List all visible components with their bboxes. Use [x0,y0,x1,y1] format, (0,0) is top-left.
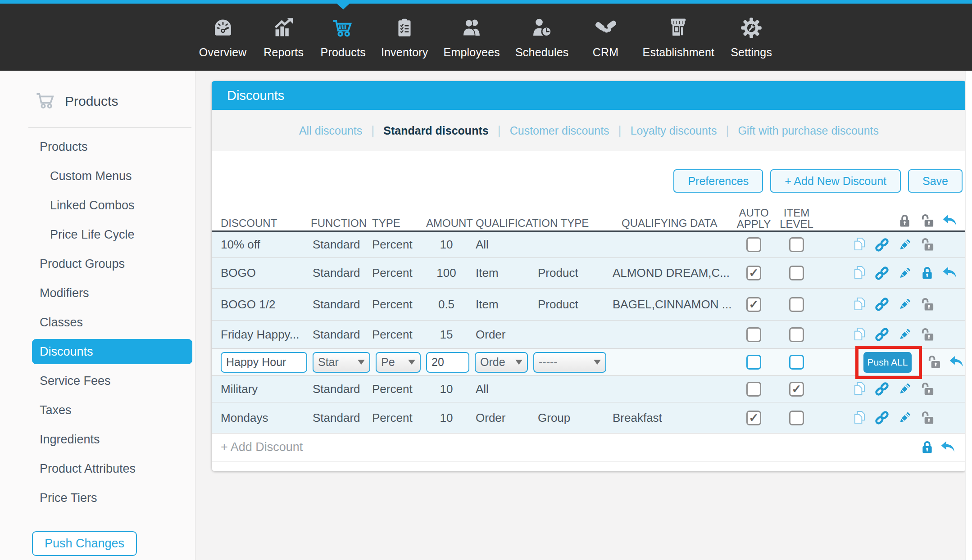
undo-icon[interactable] [940,439,956,456]
link-icon[interactable] [874,410,890,426]
scrollbar-track[interactable] [965,71,972,560]
sidebar-item-ingredients[interactable]: Ingredients [32,427,192,452]
link-icon[interactable] [874,265,890,281]
nav-item-overview[interactable]: Overview [199,14,247,59]
sidebar-item-linked-combos[interactable]: Linked Combos [32,193,192,218]
copy-icon[interactable] [851,410,868,426]
item-level-checkbox[interactable] [789,411,804,425]
tab-standard-discounts[interactable]: Standard discounts [383,124,488,137]
lock-closed-icon[interactable] [919,439,935,456]
push-all-button[interactable]: Push ALL [863,352,912,373]
nav-item-establishment[interactable]: Establishment [643,14,715,59]
auto-apply-checkbox[interactable] [746,237,761,252]
edit-pencil-icon[interactable] [896,265,913,281]
qualification-select[interactable]: Orde [475,352,528,373]
copy-icon[interactable] [851,381,868,397]
link-icon[interactable] [874,381,890,397]
lock-open-icon[interactable] [926,354,942,370]
item-level-checkbox[interactable] [789,355,804,370]
nav-item-crm[interactable]: CRM [584,14,627,59]
storefront-icon [667,14,690,42]
lock-open-icon[interactable] [919,410,935,426]
copy-icon[interactable] [851,326,868,343]
discount-type: Percent [372,266,426,280]
lock-open-icon[interactable] [919,237,935,253]
function-select[interactable]: Star [313,352,370,373]
nav-item-inventory[interactable]: Inventory [381,14,428,59]
sidebar-item-classes[interactable]: Classes [32,310,192,335]
item-level-checkbox[interactable]: ✓ [789,382,804,397]
link-icon[interactable] [874,237,890,253]
nav-item-settings[interactable]: Settings [730,14,773,59]
qualifying-type: Product [534,298,606,312]
sidebar-item-product-attributes[interactable]: Product Attributes [32,456,192,481]
unlock-all-icon[interactable] [919,212,935,229]
tab-customer-discounts[interactable]: Customer discounts [510,124,609,137]
discount-type: Percent [372,328,426,342]
amount-input[interactable] [426,352,469,373]
auto-apply-checkbox[interactable] [746,327,761,342]
tab-all-discounts[interactable]: All discounts [299,124,362,137]
edit-pencil-icon[interactable] [896,410,913,426]
auto-apply-checkbox[interactable] [746,355,761,370]
sidebar-item-custom-menus[interactable]: Custom Menus [32,163,192,189]
table-row: Mondays Standard Percent 10 Order Group … [212,402,966,434]
edit-pencil-icon[interactable] [896,381,913,397]
undo-icon[interactable] [941,265,958,281]
edit-pencil-icon[interactable] [896,326,913,343]
auto-apply-checkbox[interactable]: ✓ [746,266,761,280]
auto-apply-checkbox[interactable]: ✓ [746,297,761,312]
edit-pencil-icon[interactable] [896,296,913,312]
discount-name: Mondays [212,411,309,425]
sidebar-nav: Products Custom Menus Linked Combos Pric… [0,134,195,510]
item-level-checkbox[interactable] [789,237,804,252]
lock-open-icon[interactable] [919,296,935,312]
undo-all-icon[interactable] [941,212,958,229]
link-icon[interactable] [874,296,890,312]
discount-type: Percent [372,382,426,396]
link-icon[interactable] [874,326,890,343]
save-button[interactable]: Save [908,169,963,193]
col-header-discount: DISCOUNT [212,217,309,230]
qualifying-data: ALMOND DREAM,C... [606,266,732,280]
nav-item-products[interactable]: Products [321,14,366,59]
sidebar-item-discounts[interactable]: Discounts [32,339,192,364]
preferences-button[interactable]: Preferences [673,169,763,193]
auto-apply-checkbox[interactable]: ✓ [746,411,761,425]
edit-pencil-icon[interactable] [896,237,913,253]
header-actions [818,212,966,230]
col-header-type: TYPE [372,217,426,230]
copy-icon[interactable] [851,237,868,253]
item-level-checkbox[interactable] [789,297,804,312]
sidebar-item-product-groups[interactable]: Product Groups [32,251,192,276]
push-changes-button[interactable]: Push Changes [32,531,137,556]
auto-apply-checkbox[interactable] [746,382,761,397]
sidebar-item-price-life-cycle[interactable]: Price Life Cycle [32,222,192,247]
sidebar-item-taxes[interactable]: Taxes [32,397,192,423]
discount-amount: 15 [426,328,467,342]
lock-all-icon[interactable] [896,212,913,229]
discount-name-input[interactable] [221,352,307,373]
qualifying-data-select[interactable]: ----- [533,352,606,373]
lock-open-icon[interactable] [919,381,935,397]
sidebar-item-products[interactable]: Products [32,134,192,159]
tab-loyalty-discounts[interactable]: Loyalty discounts [631,124,717,137]
sidebar-item-modifiers[interactable]: Modifiers [32,280,192,306]
type-select[interactable]: Pe [376,352,421,373]
copy-icon[interactable] [851,296,868,312]
add-new-discount-button[interactable]: + Add New Discount [770,169,901,193]
nav-item-schedules[interactable]: Schedules [515,14,569,59]
undo-icon[interactable] [948,354,964,370]
item-level-checkbox[interactable] [789,266,804,280]
nav-item-reports[interactable]: Reports [262,14,305,59]
lock-closed-icon[interactable] [919,265,935,281]
lock-open-icon[interactable] [919,326,935,343]
sidebar-item-service-fees[interactable]: Service Fees [32,368,192,393]
copy-icon[interactable] [851,265,868,281]
sidebar-item-price-tiers[interactable]: Price Tiers [32,485,192,510]
tab-gift-with-purchase-discounts[interactable]: Gift with purchase discounts [738,124,879,137]
nav-item-employees[interactable]: Employees [444,14,500,59]
add-discount-link[interactable]: + Add Discount [212,440,919,454]
item-level-checkbox[interactable] [789,327,804,342]
nav-label: Inventory [381,46,428,59]
